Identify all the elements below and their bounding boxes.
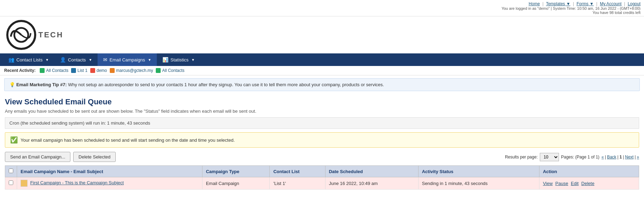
toolbar-left: Send an Email Campaign... Delete Selecte… <box>5 152 116 162</box>
list1-icon <box>71 68 76 73</box>
pages-label: Pages: (Page 1 of 1) <box>561 155 599 160</box>
templates-link[interactable]: Templates ▼ <box>546 1 570 6</box>
toolbar-right: Results per page: 10 25 50 100 Pages: (P… <box>505 153 639 161</box>
logout-link[interactable]: Logout <box>628 1 641 6</box>
statistics-icon: 📊 <box>162 57 168 62</box>
pagination-last[interactable]: » <box>637 155 639 160</box>
all-contacts-1-icon <box>40 68 45 73</box>
pagination-back[interactable]: Back <box>607 155 616 160</box>
sep1: | <box>542 1 543 6</box>
table-header: Email Campaign Name - Email Subject Camp… <box>5 166 639 177</box>
row-checkbox-cell <box>5 177 17 190</box>
th-campaign-name: Email Campaign Name - Email Subject <box>17 166 202 177</box>
row-activity-status: Sending in 1 minute, 43 seconds <box>418 177 539 190</box>
th-contact-list: Contact List <box>270 166 325 177</box>
success-box: ✅ Your email campaign has been scheduled… <box>5 132 639 148</box>
header: TECH <box>0 16 644 53</box>
email-campaigns-icon: ✉ <box>103 57 107 62</box>
page-subtitle: Any emails you have scheduled to be sent… <box>5 109 639 114</box>
th-activity-status: Activity Status <box>418 166 539 177</box>
success-msg: Your email campaign has been scheduled t… <box>21 138 235 143</box>
forms-link[interactable]: Forms ▼ <box>576 1 593 6</box>
logo-text: TECH <box>38 30 63 39</box>
pagination-current: 1 <box>620 155 622 160</box>
nav-email-campaigns-label: Email Campaigns <box>109 57 145 62</box>
demo-icon <box>90 68 95 73</box>
row-actions: View Pause Edit Delete <box>539 177 639 190</box>
nav-contact-lists-label: Contact Lists <box>16 57 43 62</box>
logo-icon <box>6 19 37 51</box>
pagination-sep3: | <box>623 155 624 160</box>
recent-all-contacts-1[interactable]: All Contacts <box>40 68 68 73</box>
action-pause[interactable]: Pause <box>555 181 568 186</box>
pagination-first[interactable]: « <box>601 155 604 160</box>
results-per-page-select[interactable]: 10 25 50 100 <box>540 153 559 161</box>
tip-box: 💡 Email Marketing Tip #7: Why not setup … <box>4 78 640 91</box>
recent-bar: Recent Activity: All Contacts List 1 dem… <box>0 66 644 75</box>
table-row: First Campaign - This is the Campaign Su… <box>5 177 639 190</box>
delete-selected-button[interactable]: Delete Selected <box>73 152 116 162</box>
row-campaign-type: Email Campaign <box>202 177 270 190</box>
email-campaigns-arrow: ▼ <box>148 58 151 62</box>
email-icon <box>110 68 115 73</box>
recent-email[interactable]: marcus@gctech.my <box>110 68 153 73</box>
action-delete[interactable]: Delete <box>581 181 595 186</box>
data-table: Email Campaign Name - Email Subject Camp… <box>5 165 639 190</box>
sep3: | <box>596 1 597 6</box>
nav-email-campaigns[interactable]: ✉ Email Campaigns ▼ <box>98 53 157 66</box>
sep2: | <box>573 1 574 6</box>
tip-icon: 💡 <box>9 82 15 87</box>
nav-contacts-label: Contacts <box>68 57 86 62</box>
row-campaign-name: First Campaign - This is the Campaign Su… <box>17 177 202 190</box>
campaign-name-link[interactable]: First Campaign - This is the Campaign Su… <box>30 180 124 185</box>
recent-email-label: marcus@gctech.my <box>116 68 153 73</box>
pagination: « | Back | 1 | Next | » <box>601 155 639 160</box>
home-link[interactable]: Home <box>529 1 540 6</box>
recent-list1[interactable]: List 1 <box>71 68 87 73</box>
action-view[interactable]: View <box>543 181 553 186</box>
nav-contacts[interactable]: 👤 Contacts ▼ <box>54 53 98 66</box>
pagination-sep2: | <box>618 155 619 160</box>
toolbar-row: Send an Email Campaign... Delete Selecte… <box>5 152 639 162</box>
send-campaign-button[interactable]: Send an Email Campaign... <box>5 152 70 162</box>
th-date-scheduled: Date Scheduled <box>325 166 418 177</box>
all-contacts-2-icon <box>156 68 161 73</box>
page-content: View Scheduled Email Queue Any emails yo… <box>0 94 644 193</box>
recent-all-contacts-1-label: All Contacts <box>46 68 68 73</box>
tip-text: Why not setup an autoresponder to send t… <box>68 82 384 87</box>
tip-bold: Email Marketing Tip #7: <box>16 82 67 87</box>
action-edit[interactable]: Edit <box>571 181 578 186</box>
pagination-sep1: | <box>605 155 606 160</box>
pagination-next[interactable]: Next <box>625 155 634 160</box>
recent-demo[interactable]: demo <box>90 68 107 73</box>
statistics-arrow: ▼ <box>191 58 195 62</box>
recent-all-contacts-2-label: All Contacts <box>162 68 184 73</box>
th-action: Action <box>539 166 639 177</box>
table-header-row: Email Campaign Name - Email Subject Camp… <box>5 166 639 177</box>
credits-info: You have 98 total credits left <box>3 10 641 15</box>
contact-lists-arrow: ▼ <box>45 58 49 62</box>
page-title: View Scheduled Email Queue <box>5 97 639 106</box>
recent-all-contacts-2[interactable]: All Contacts <box>156 68 184 73</box>
recent-list1-label: List 1 <box>77 68 87 73</box>
top-nav: Home | Templates ▼ | Forms ▼ | My Accoun… <box>0 0 644 16</box>
th-checkbox <box>5 166 17 177</box>
my-account-link[interactable]: My Account <box>600 1 621 6</box>
th-campaign-type: Campaign Type <box>202 166 270 177</box>
nav-statistics[interactable]: 📊 Statistics ▼ <box>157 53 200 66</box>
sep4: | <box>624 1 625 6</box>
logo: TECH <box>6 19 63 51</box>
select-all-checkbox[interactable] <box>9 169 13 173</box>
system-info: You are logged in as "demo" | System Tim… <box>3 6 641 10</box>
success-icon: ✅ <box>10 136 18 144</box>
recent-activity-label: Recent Activity: <box>4 68 36 73</box>
nav-contact-lists[interactable]: 👥 Contact Lists ▼ <box>3 53 54 66</box>
row-contact-list: 'List 1' <box>270 177 325 190</box>
contacts-arrow: ▼ <box>89 58 92 62</box>
row-checkbox[interactable] <box>9 180 13 185</box>
contact-lists-icon: 👥 <box>8 57 14 62</box>
pagination-sep4: | <box>635 155 636 160</box>
results-per-page-label: Results per page: <box>505 155 538 160</box>
campaign-thumb <box>21 180 28 187</box>
contacts-icon: 👤 <box>60 57 66 62</box>
